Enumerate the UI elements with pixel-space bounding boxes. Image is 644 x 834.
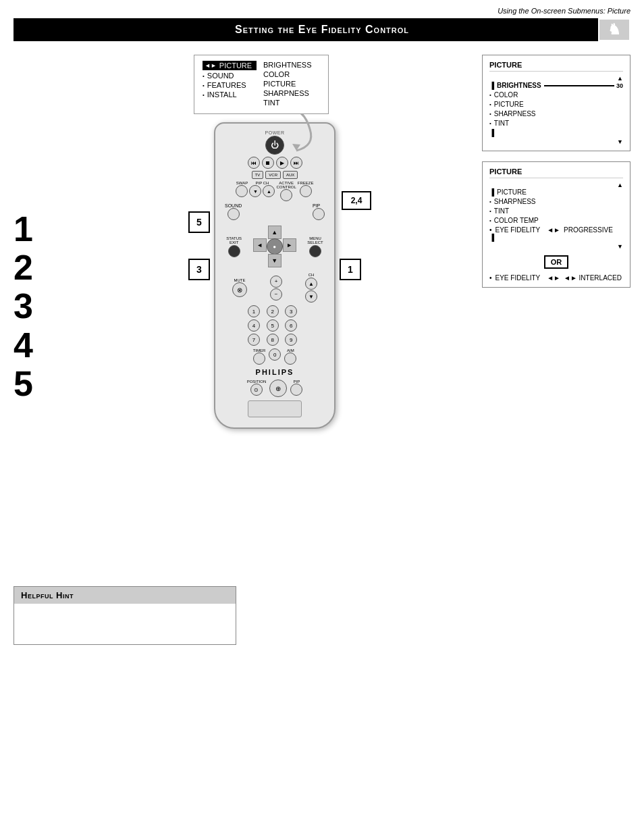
num-3[interactable]: 3 <box>285 305 297 317</box>
num-9[interactable]: 9 <box>285 334 297 346</box>
freeze-button[interactable] <box>300 185 312 197</box>
eye-fidelity-interlaced: • EYE FIDELITY ◄► ◄► INTERLACED <box>489 274 623 282</box>
brightness-item: ▐ BRIGHTNESS 30 <box>489 82 623 89</box>
helpful-hint-box: Helpful Hint <box>14 586 236 645</box>
dpad: ▲ ◄ ● ► ▼ <box>253 226 296 267</box>
swap-button[interactable] <box>236 185 248 197</box>
subtitle-text: Using the On-screen Submenus: Picture <box>498 7 630 15</box>
dpad-center[interactable]: ● <box>267 238 283 255</box>
menu-item-install: • INSTALL <box>203 90 257 99</box>
num-1[interactable]: 1 <box>248 305 260 317</box>
menu-color: COLOR <box>263 70 317 78</box>
ch-up[interactable]: ▲ <box>305 278 317 290</box>
step-4: 4 <box>14 326 68 365</box>
onscreen-menu: ◄► PICTURE • SOUND • FEATURES • INSTALL <box>194 55 329 114</box>
scroll-down-arrow-2: ▼ <box>489 243 623 250</box>
step-2: 2 <box>14 249 68 287</box>
step-5: 5 <box>14 365 68 403</box>
menu-brightness: BRIGHTNESS <box>263 61 317 69</box>
step-1: 1 <box>14 210 68 249</box>
pip-ch-down[interactable]: ▼ <box>249 185 261 197</box>
step-badge-3: 3 <box>188 259 210 280</box>
aux-button[interactable]: AUX <box>283 171 298 179</box>
numpad: 1 2 3 4 5 6 7 8 9 <box>248 305 302 346</box>
num-4[interactable]: 4 <box>248 319 260 332</box>
menu-select-button[interactable] <box>309 245 321 257</box>
scroll-up-arrow: ▲ <box>489 75 623 82</box>
num-6[interactable]: 6 <box>285 319 297 332</box>
brightness-slider: 30 <box>544 82 623 89</box>
dpad-down[interactable]: ▼ <box>268 254 281 267</box>
vcr-button[interactable]: VCR <box>265 171 281 179</box>
center-pip-button[interactable]: ⊕ <box>269 380 287 397</box>
vol-plus[interactable]: + <box>270 276 282 288</box>
position-row: POSITION ⊙ ⊕ PIP <box>221 380 329 397</box>
position-button[interactable]: ⊙ <box>250 384 263 396</box>
play-button[interactable]: ▶ <box>276 157 288 169</box>
sound-label: SOUND <box>225 203 242 208</box>
tint-item-2: • TINT <box>489 207 623 215</box>
menu-select-label: MENUSELECT <box>307 236 323 244</box>
step-3: 3 <box>14 287 68 325</box>
right-menus: PICTURE ▲ ▐ BRIGHTNESS 30 • COLOR • PICT… <box>482 48 630 429</box>
transport-row: ⏮ ⏹ ▶ ⏭ <box>221 157 329 169</box>
or-label: OR <box>544 255 569 269</box>
zero-button[interactable]: 0 <box>269 348 281 361</box>
menu-item-picture: ◄► PICTURE <box>203 61 257 70</box>
knight-icon: ♞ <box>598 18 630 41</box>
pip-pos-button[interactable] <box>290 384 302 396</box>
helpful-hint-body <box>14 604 236 644</box>
tv-button[interactable]: TV <box>252 171 264 179</box>
pip-button[interactable] <box>313 208 325 220</box>
scroll-indicator: ▐ <box>489 129 623 136</box>
freeze-label: FREEZE <box>298 181 314 185</box>
status-exit-label: STATUSEXIT <box>226 236 242 244</box>
menu-sharpness: SHARPNESS <box>263 89 317 97</box>
step-numbers: 1 2 3 4 5 <box>14 48 68 429</box>
remote-bottom-slot <box>248 400 302 417</box>
num-5[interactable]: 5 <box>267 319 279 332</box>
tv-vcr-row: TV VCR AUX <box>221 171 329 179</box>
sound-button[interactable] <box>227 208 240 220</box>
picture-menu-bottom: PICTURE ▲ ▐ PICTURE • SHARPNESS • TINT •… <box>482 161 630 288</box>
num-8[interactable]: 8 <box>267 334 279 346</box>
picture-menu-bottom-title: PICTURE <box>489 167 623 178</box>
picture-item: • PICTURE <box>489 101 623 108</box>
eye-fidelity-progressive: • EYE FIDELITY ◄► PROGRESSIVE <box>489 226 623 234</box>
picture-menu-top-title: PICTURE <box>489 61 623 72</box>
num-2[interactable]: 2 <box>267 305 279 317</box>
ch-down[interactable]: ▼ <box>305 290 317 303</box>
sharpness-item: • SHARPNESS <box>489 110 623 118</box>
pip-ch-up[interactable]: ▲ <box>263 185 275 197</box>
step-badge-24: 2,4 <box>342 191 371 210</box>
fastforward-button[interactable]: ⏭ <box>290 157 302 169</box>
title-text: Setting the Eye Fidelity Control <box>235 24 409 36</box>
aim-button[interactable] <box>284 353 296 365</box>
active-control-button[interactable] <box>280 189 292 201</box>
menu-item-sound: • SOUND <box>203 72 257 80</box>
sharpness-item-2: • SHARPNESS <box>489 198 623 205</box>
ch-label: CH <box>308 273 315 277</box>
dpad-up[interactable]: ▲ <box>268 226 281 239</box>
timer-button[interactable] <box>253 353 265 365</box>
menu-item-features: • FEATURES <box>203 81 257 89</box>
vol-minus[interactable]: − <box>270 288 282 301</box>
main-content: 1 2 3 4 5 ◄► PICTURE • SOUND • <box>0 41 644 436</box>
mute-button[interactable]: ⊗ <box>232 282 247 297</box>
helpful-hint-title: Helpful Hint <box>14 587 236 604</box>
num-7[interactable]: 7 <box>248 334 260 346</box>
pip-label: PIP <box>313 203 325 208</box>
active-ctrl-label2: CONTROL <box>276 185 296 189</box>
center-area: ◄► PICTURE • SOUND • FEATURES • INSTALL <box>74 48 475 429</box>
scroll-indicator-2: ▐ <box>489 234 623 241</box>
color-item: • COLOR <box>489 91 623 99</box>
dpad-right[interactable]: ► <box>283 238 296 252</box>
remote-control: 5 2,4 3 1 POWER ⏻ ⏮ ⏹ ▶ <box>214 122 336 429</box>
bottom-function-row: TIMER 0 AIM <box>221 348 329 365</box>
scroll-up-arrow-2: ▲ <box>489 182 623 188</box>
dpad-left[interactable]: ◄ <box>253 238 267 252</box>
rewind-button[interactable]: ⏮ <box>248 157 260 169</box>
menu-tint: TINT <box>263 99 317 107</box>
status-exit-button[interactable] <box>228 245 240 257</box>
stop-button[interactable]: ⏹ <box>262 157 274 169</box>
